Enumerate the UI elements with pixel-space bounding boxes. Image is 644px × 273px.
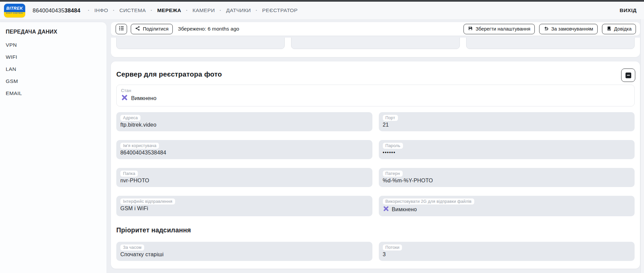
card-title: Сервер для реєстратора фото: [116, 61, 635, 78]
field-password-label: Пароль: [383, 143, 403, 149]
share-icon: [135, 26, 140, 32]
field-by-time[interactable]: За часом Спочатку старіші: [116, 242, 372, 261]
state-value: Вимкнено: [121, 94, 630, 102]
field-folder[interactable]: Папка nvr-PHOTO: [116, 168, 372, 187]
field-folder-value: nvr-PHOTO: [120, 178, 368, 184]
field-send-interface-label: Інтерфейс відправлення: [120, 198, 175, 204]
fields-grid: Адреса ftp.bitrek.video Порт 21 Ім'я кор…: [116, 112, 635, 216]
field-use-2g-value-text: Вимкнено: [392, 207, 417, 213]
app-header: BITREK KEEP CONTROL 864004043538484 ІНФО…: [0, 2, 644, 19]
field-password[interactable]: Пароль ••••••: [379, 140, 635, 159]
photo-registrar-server-card: Сервер для реєстратора фото Стан Вимкнен…: [111, 61, 640, 269]
menu-item-registrar[interactable]: РЕЄСТРАТОР: [251, 7, 297, 13]
state-label: Стан: [121, 88, 630, 93]
cutoff-field[interactable]: [291, 38, 459, 49]
reset-defaults-label: За замовчуванням: [551, 26, 593, 32]
disabled-x-icon: [383, 206, 389, 213]
disabled-x-icon: [121, 94, 128, 102]
toolbar: Поділитися Збережено: 6 months ago Збере…: [111, 22, 640, 36]
field-username[interactable]: Ім'я користувача 864004043538484: [116, 140, 372, 159]
field-pattern-label: Патерн: [383, 171, 403, 177]
state-field[interactable]: Стан Вимкнено: [116, 85, 635, 106]
field-port-value: 21: [383, 122, 631, 128]
field-use-2g-value: Вимкнено: [383, 206, 631, 213]
sidebar-item-lan[interactable]: LAN: [0, 63, 107, 75]
collapse-card-button[interactable]: [621, 69, 635, 82]
sidebar: ПЕРЕДАЧА ДАНИХ VPN WIFI LAN GSM EMAIL: [0, 22, 107, 273]
save-settings-button[interactable]: Зберегти налаштування: [464, 24, 535, 34]
field-pattern[interactable]: Патерн %d-%m-%Y-PHOTO: [379, 168, 635, 187]
help-button[interactable]: Довідка: [602, 24, 636, 34]
priority-section-heading: Пріоритет надсилання: [116, 226, 635, 234]
bitrek-logo[interactable]: BITREK KEEP CONTROL: [4, 4, 25, 17]
device-id-prefix: 8640040435: [33, 7, 65, 13]
logo-brand-text: BITREK: [4, 4, 25, 12]
save-icon: [468, 26, 473, 32]
menu-item-network[interactable]: МЕРЕЖА: [146, 7, 181, 13]
field-send-interface-value: GSM і WiFi: [120, 206, 368, 212]
field-threads-value: 3: [383, 252, 631, 258]
field-use-2g[interactable]: Використовувати 2G для відправки файлів …: [379, 196, 635, 216]
menu-item-system[interactable]: СИСТЕМА: [108, 7, 146, 13]
logout-button[interactable]: ВИХІД: [619, 7, 637, 13]
cutoff-field[interactable]: [116, 38, 285, 49]
saved-status: Збережено: 6 months ago: [178, 26, 239, 32]
menu-item-sensors[interactable]: ДАТЧИКИ: [215, 7, 251, 13]
reset-icon: [544, 26, 549, 32]
device-id: 864004043538484: [33, 7, 80, 14]
main-menu: ІНФО СИСТЕМА МЕРЕЖА КАМЕРИ ДАТЧИКИ РЕЄСТ…: [83, 7, 297, 13]
device-id-suffix: 38484: [65, 7, 80, 13]
state-value-text: Вимкнено: [131, 95, 156, 101]
field-address-value: ftp.bitrek.video: [120, 122, 368, 128]
logo-tagline: KEEP CONTROL: [4, 12, 25, 17]
field-password-value: ••••••: [383, 150, 631, 155]
field-port-label: Порт: [383, 115, 398, 121]
toolbar-right-group: Зберегти налаштування За замовчуванням: [464, 24, 636, 34]
help-label: Довідка: [614, 26, 632, 32]
field-username-value: 864004043538484: [120, 150, 368, 156]
field-port[interactable]: Порт 21: [379, 112, 635, 131]
field-send-interface[interactable]: Інтерфейс відправлення GSM і WiFi: [116, 196, 372, 216]
reset-defaults-button[interactable]: За замовчуванням: [539, 24, 598, 34]
field-username-label: Ім'я користувача: [120, 143, 159, 149]
menu-item-cameras[interactable]: КАМЕРИ: [181, 7, 215, 13]
field-threads-label: Потоки: [383, 244, 402, 251]
sidebar-item-wifi[interactable]: WIFI: [0, 51, 107, 63]
field-folder-label: Папка: [120, 171, 138, 177]
sidebar-title: ПЕРЕДАЧА ДАНИХ: [0, 29, 107, 39]
scrollbar[interactable]: [640, 19, 644, 273]
cutoff-field[interactable]: [466, 38, 635, 49]
save-settings-label: Зберегти налаштування: [476, 26, 530, 32]
menu-item-info[interactable]: ІНФО: [83, 7, 108, 13]
field-pattern-value: %d-%m-%Y-PHOTO: [383, 178, 631, 184]
field-address-label: Адреса: [120, 115, 140, 121]
share-button-label: Поділитися: [143, 26, 168, 32]
collapse-icon: [626, 73, 631, 78]
list-icon: [118, 25, 125, 33]
share-button[interactable]: Поділитися: [131, 24, 173, 34]
main-content: Поділитися Збережено: 6 months ago Збере…: [111, 22, 640, 269]
sidebar-item-email[interactable]: EMAIL: [0, 87, 107, 99]
priority-grid: За часом Спочатку старіші Потоки 3: [116, 242, 635, 261]
sidebar-item-vpn[interactable]: VPN: [0, 39, 107, 51]
sidebar-item-gsm[interactable]: GSM: [0, 75, 107, 87]
help-book-icon: [606, 26, 611, 32]
previous-card-cutoff: [111, 38, 640, 57]
field-address[interactable]: Адреса ftp.bitrek.video: [116, 112, 372, 131]
sections-list-button[interactable]: [116, 24, 127, 34]
field-by-time-label: За часом: [120, 244, 144, 251]
field-threads[interactable]: Потоки 3: [379, 242, 635, 261]
field-use-2g-label: Використовувати 2G для відправки файлів: [383, 198, 474, 204]
field-by-time-value: Спочатку старіші: [120, 252, 368, 258]
